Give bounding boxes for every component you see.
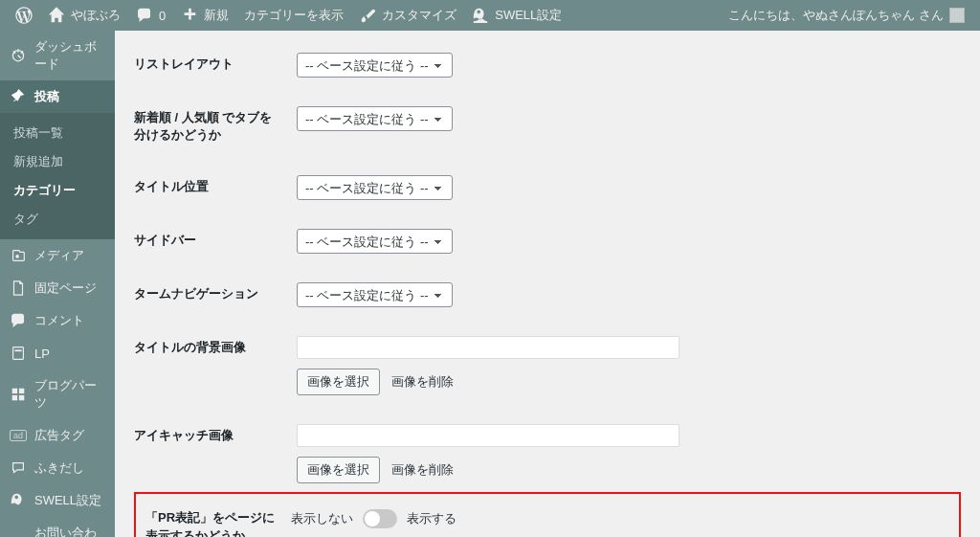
svg-rect-2 <box>14 349 21 351</box>
form-table: リストレイアウト -- ベース設定に従う -- 新着順 / 人気順 でタブを分け… <box>134 38 961 537</box>
label-eyecatch: アイキャッチ画像 <box>134 410 287 498</box>
row-pr-display: 「PR表記」をページに表示するかどうか 表示しない 表示する <box>140 498 955 537</box>
menu-dashboard[interactable]: ダッシュボード <box>0 31 115 80</box>
row-term-nav: タームナビゲーション -- ベース設定に従う -- <box>134 268 961 322</box>
wordpress-icon <box>15 7 33 24</box>
admin-bar-left: やぼぶろ 0 新規 カテゴリーを表示 カスタマイズ SW <box>8 0 569 31</box>
btn-eyecatch-select[interactable]: 画像を選択 <box>297 457 380 483</box>
pr-off-label: 表示しない <box>291 510 353 527</box>
eyecatch-path <box>297 424 679 447</box>
menu-lp[interactable]: LP <box>0 337 115 369</box>
comments-count: 0 <box>159 9 166 23</box>
svg-rect-4 <box>19 389 24 393</box>
btn-eyecatch-remove[interactable]: 画像を削除 <box>391 461 454 479</box>
select-tabs-order[interactable]: -- ベース設定に従う -- <box>297 106 453 131</box>
site-name: やぼぶろ <box>71 7 121 24</box>
pr-on-label: 表示する <box>407 510 457 527</box>
row-title-position: タイトル位置 -- ベース設定に従う -- <box>134 161 961 214</box>
media-icon <box>10 247 27 264</box>
grid-icon <box>10 386 27 403</box>
menu-pages[interactable]: 固定ページ <box>0 272 115 304</box>
content-wrap: リストレイアウト -- ベース設定に従う -- 新着順 / 人気順 でタブを分け… <box>115 0 980 537</box>
comment-icon <box>136 7 153 24</box>
row-list-layout: リストレイアウト -- ベース設定に従う -- <box>134 38 961 92</box>
submenu-categories[interactable]: カテゴリー <box>0 176 115 205</box>
admin-bar: やぼぶろ 0 新規 カテゴリーを表示 カスタマイズ SW <box>0 0 980 31</box>
select-sidebar[interactable]: -- ベース設定に従う -- <box>297 229 453 254</box>
row-title-bg: タイトルの背景画像 画像を選択 画像を削除 <box>134 322 961 410</box>
menu-fukidashi[interactable]: ふきだし <box>0 452 115 484</box>
label-title-bg: タイトルの背景画像 <box>134 322 287 410</box>
submenu-all-posts[interactable]: 投稿一覧 <box>0 119 115 147</box>
mail-icon <box>10 533 27 537</box>
svg-rect-5 <box>12 395 17 400</box>
menu-media[interactable]: メディア <box>0 239 115 272</box>
speech-icon <box>10 459 27 477</box>
greeting: こんにちは、やぬさんぽんちゃん さん <box>728 7 944 24</box>
submenu-tags[interactable]: タグ <box>0 205 115 234</box>
select-list-layout[interactable]: -- ベース設定に従う -- <box>297 53 453 78</box>
label-term-nav: タームナビゲーション <box>134 268 287 322</box>
pin-icon <box>10 88 27 105</box>
pr-display-box: 「PR表記」をページに表示するかどうか 表示しない 表示する <box>134 492 961 537</box>
menu-swell-settings[interactable]: SWELL設定 <box>0 484 115 517</box>
select-title-position[interactable]: -- ベース設定に従う -- <box>297 175 453 200</box>
label-sidebar: サイドバー <box>134 214 287 268</box>
page-icon <box>10 280 27 297</box>
new-label: 新規 <box>204 7 229 24</box>
svg-rect-6 <box>19 395 24 400</box>
adminbar-customize[interactable]: カスタマイズ <box>351 0 464 31</box>
ad-icon: ad <box>10 427 27 444</box>
adminbar-new[interactable]: 新規 <box>173 0 236 31</box>
label-title-position: タイトル位置 <box>134 161 287 214</box>
btn-title-bg-select[interactable]: 画像を選択 <box>297 369 380 395</box>
submenu-posts: 投稿一覧 新規追加 カテゴリー タグ <box>0 113 115 239</box>
svg-rect-1 <box>13 347 24 360</box>
swell-icon <box>10 492 27 509</box>
label-list-layout: リストレイアウト <box>134 38 287 92</box>
label-pr-display: 「PR表記」をページに表示するかどうか <box>140 498 285 537</box>
adminbar-show-categories[interactable]: カテゴリーを表示 <box>236 0 351 31</box>
menu-posts[interactable]: 投稿 <box>0 80 115 113</box>
adminbar-wp-logo[interactable] <box>8 0 40 31</box>
adminbar-site[interactable]: やぼぶろ <box>40 0 128 31</box>
label-tabs-order: 新着順 / 人気順 でタブを分けるかどうか <box>134 92 287 161</box>
adminbar-account[interactable]: こんにちは、やぬさんぽんちゃん さん <box>721 0 972 31</box>
brush-icon <box>359 7 376 24</box>
form-content: リストレイアウト -- ベース設定に従う -- 新着順 / 人気順 でタブを分け… <box>115 31 980 537</box>
svg-point-0 <box>15 255 19 258</box>
row-tabs-order: 新着順 / 人気順 でタブを分けるかどうか -- ベース設定に従う -- <box>134 92 961 161</box>
dashboard-icon <box>10 47 27 64</box>
svg-rect-3 <box>12 389 17 393</box>
title-bg-path <box>297 336 679 359</box>
row-sidebar: サイドバー -- ベース設定に従う -- <box>134 214 961 268</box>
menu-blog-parts[interactable]: ブログパーツ <box>0 369 115 419</box>
btn-title-bg-remove[interactable]: 画像を削除 <box>391 373 454 391</box>
menu-ad-tag[interactable]: ad 広告タグ <box>0 419 115 452</box>
home-icon <box>48 7 65 24</box>
avatar <box>949 8 965 23</box>
adminbar-swell[interactable]: SWELL設定 <box>464 0 569 31</box>
admin-bar-right: こんにちは、やぬさんぽんちゃん さん <box>721 0 972 31</box>
swell-icon <box>472 7 489 24</box>
row-eyecatch: アイキャッチ画像 画像を選択 画像を削除 <box>134 410 961 498</box>
toggle-pr-display[interactable] <box>363 509 397 528</box>
adminbar-comments[interactable]: 0 <box>128 0 173 31</box>
admin-sidebar: ダッシュボード 投稿 投稿一覧 新規追加 カテゴリー タグ メディア 固定ページ… <box>0 31 115 537</box>
lp-icon <box>10 345 27 362</box>
menu-contact[interactable]: お問い合わせ <box>0 517 115 537</box>
select-term-nav[interactable]: -- ベース設定に従う -- <box>297 282 453 307</box>
submenu-new-post[interactable]: 新規追加 <box>0 147 115 176</box>
comment-icon <box>10 312 27 329</box>
plus-icon <box>181 7 198 24</box>
menu-comments[interactable]: コメント <box>0 304 115 337</box>
